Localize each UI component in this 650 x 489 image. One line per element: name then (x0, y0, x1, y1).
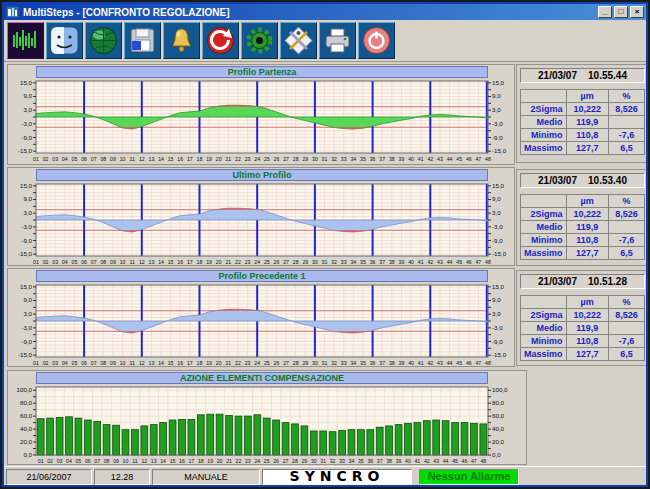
svg-text:60,0: 60,0 (492, 412, 505, 419)
svg-text:03: 03 (52, 156, 58, 162)
svg-text:17: 17 (187, 360, 193, 366)
info-panel-ultimo: 21/03/07 10.53.40 µm%2Sigma10,2228,526Me… (516, 169, 648, 266)
svg-text:10: 10 (123, 458, 129, 464)
svg-text:16: 16 (177, 360, 183, 366)
svg-text:100,0: 100,0 (17, 386, 33, 393)
svg-text:10: 10 (120, 259, 126, 265)
svg-text:47: 47 (475, 259, 481, 265)
svg-text:3,0: 3,0 (492, 310, 501, 317)
globe-icon (88, 25, 119, 56)
svg-text:08: 08 (100, 259, 106, 265)
svg-text:35: 35 (358, 458, 364, 464)
svg-text:14: 14 (158, 156, 164, 162)
table-header-cell: % (608, 90, 644, 103)
app-icon (6, 6, 19, 18)
table-row-label: Medio (521, 322, 567, 335)
svg-text:-9,0: -9,0 (492, 134, 503, 141)
svg-text:23: 23 (245, 156, 251, 162)
svg-text:17: 17 (187, 156, 193, 162)
table-row-label: Minimo (521, 129, 567, 142)
svg-text:3,0: 3,0 (492, 209, 501, 216)
svg-text:43: 43 (437, 259, 443, 265)
svg-text:14: 14 (160, 458, 166, 464)
svg-text:18: 18 (197, 259, 203, 265)
svg-text:13: 13 (151, 458, 157, 464)
svg-text:01: 01 (33, 156, 39, 162)
svg-text:28: 28 (292, 458, 298, 464)
svg-text:42: 42 (427, 360, 433, 366)
svg-text:22: 22 (235, 259, 241, 265)
svg-text:31: 31 (322, 156, 328, 162)
svg-text:15: 15 (168, 259, 174, 265)
svg-text:48: 48 (485, 156, 491, 162)
svg-text:18: 18 (197, 360, 203, 366)
table-header-cell: µm (566, 195, 608, 208)
tools-button[interactable] (280, 22, 317, 59)
svg-text:08: 08 (104, 458, 110, 464)
svg-text:19: 19 (207, 458, 213, 464)
table-row-label: Minimo (521, 234, 567, 247)
table-cell: 10,222 (566, 309, 608, 322)
network-button[interactable] (85, 22, 122, 59)
drafting-tools-icon (283, 25, 314, 56)
svg-text:02: 02 (43, 259, 49, 265)
alarms-button[interactable] (163, 22, 200, 59)
exit-button[interactable] (358, 22, 395, 59)
info-panel-partenza: 21/03/07 10.55.44 µm%2Sigma10,2228,526Me… (516, 64, 648, 163)
timestamp-partenza: 21/03/07 10.55.44 (520, 68, 645, 83)
finder-face-icon (49, 25, 80, 56)
svg-text:32: 32 (331, 156, 337, 162)
chart-title-ultimo-profilo: Ultimo Profilo (36, 169, 488, 181)
power-icon (361, 25, 392, 56)
svg-text:04: 04 (62, 259, 68, 265)
svg-text:37: 37 (379, 259, 385, 265)
svg-text:03: 03 (52, 360, 58, 366)
system-button[interactable] (46, 22, 83, 59)
svg-text:-9,0: -9,0 (492, 237, 503, 244)
svg-text:01: 01 (33, 360, 39, 366)
svg-text:28: 28 (293, 360, 299, 366)
refresh-button[interactable] (202, 22, 239, 59)
table-cell: 6,5 (608, 348, 644, 361)
svg-text:3,0: 3,0 (23, 209, 32, 216)
minimize-button[interactable]: _ (598, 6, 612, 18)
svg-text:30: 30 (312, 360, 318, 366)
svg-text:06: 06 (81, 259, 87, 265)
svg-text:44: 44 (447, 156, 453, 162)
window-title: MultiSteps - [CONFRONTO REGOLAZIONE] (23, 7, 598, 18)
svg-text:15: 15 (170, 458, 176, 464)
table-cell: 8,526 (608, 103, 644, 116)
svg-text:16: 16 (177, 156, 183, 162)
svg-text:24: 24 (254, 360, 260, 366)
svg-text:20: 20 (216, 360, 222, 366)
svg-text:19: 19 (206, 156, 212, 162)
svg-text:04: 04 (66, 458, 72, 464)
svg-text:44: 44 (443, 458, 449, 464)
profiles-button[interactable] (7, 22, 44, 59)
svg-text:-15,0: -15,0 (18, 147, 33, 154)
svg-text:40,0: 40,0 (20, 425, 33, 432)
svg-text:22: 22 (236, 458, 242, 464)
svg-text:28: 28 (293, 156, 299, 162)
close-button[interactable]: × (630, 6, 644, 18)
svg-text:35: 35 (360, 156, 366, 162)
svg-text:12: 12 (139, 156, 145, 162)
svg-text:15: 15 (168, 156, 174, 162)
svg-text:23: 23 (245, 360, 251, 366)
svg-text:41: 41 (418, 360, 424, 366)
save-button[interactable] (124, 22, 161, 59)
svg-text:46: 46 (466, 360, 472, 366)
svg-text:3,0: 3,0 (492, 106, 501, 113)
svg-text:11: 11 (129, 360, 134, 366)
svg-text:07: 07 (91, 259, 97, 265)
restore-button[interactable]: □ (614, 6, 628, 18)
svg-text:08: 08 (100, 156, 106, 162)
svg-text:44: 44 (447, 259, 453, 265)
print-button[interactable] (319, 22, 356, 59)
svg-text:45: 45 (452, 458, 458, 464)
stats-table-ultimo: µm%2Sigma10,2228,526Medio119,9Minimo110,… (520, 194, 645, 260)
settings-button[interactable] (241, 22, 278, 59)
table-cell: 6,5 (608, 247, 644, 260)
waveform-profile-icon (10, 25, 41, 56)
svg-text:21: 21 (225, 156, 231, 162)
